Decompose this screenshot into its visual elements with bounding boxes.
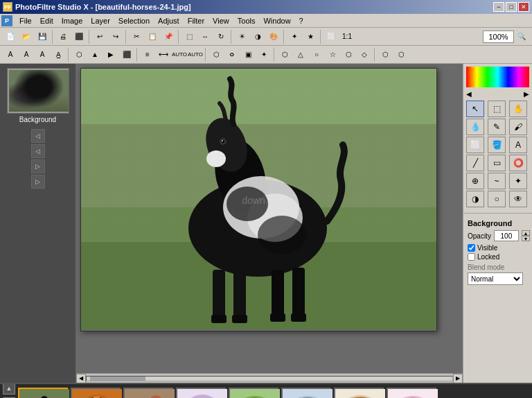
visible-checkbox[interactable] [468,244,475,252]
tb2-btn8[interactable]: ⬛ [119,47,134,62]
main-image-canvas[interactable]: down... [81,69,436,329]
minimize-button[interactable]: − [493,2,504,12]
resize-button[interactable]: ↔ [197,29,213,44]
view-100-button[interactable]: 1:1 [339,29,355,44]
left-icon-2[interactable]: ◁ [31,144,45,158]
menu-selection[interactable]: Selection [114,15,154,26]
tb2-btn4[interactable]: A̲ [51,47,66,62]
scroll-right-button[interactable]: ▶ [453,374,463,383]
menu-tools[interactable]: Tools [233,15,260,26]
left-icon-3[interactable]: ▷ [31,159,45,173]
menu-help[interactable]: ? [295,15,308,26]
tb2-btn3[interactable]: A [35,47,50,62]
tool-ellipse[interactable]: ⭕ [509,155,527,171]
scroll-track-h[interactable] [86,376,453,381]
filmstrip-item-1[interactable]: beautiful-... [18,388,68,398]
tool-dodge[interactable]: ○ [488,191,506,207]
color-button[interactable]: 🎨 [266,29,281,44]
tb2-btn23[interactable]: ⬡ [378,47,393,62]
opacity-input[interactable] [494,230,519,241]
maximize-button[interactable]: □ [506,2,517,12]
copy-button[interactable]: 📋 [145,29,160,44]
opacity-down[interactable]: ▼ [522,236,530,241]
contrast-button[interactable]: ◑ [250,29,265,44]
view-fit-button[interactable]: ⬜ [323,29,339,44]
tool-red-eye[interactable]: 👁 [509,191,527,207]
menu-file[interactable]: File [15,15,36,26]
tool-eraser[interactable]: ⬜ [466,137,484,153]
filmstrip-item-7[interactable]: butterfly10 [334,388,384,398]
tb2-btn11[interactable]: AUTO [172,47,187,62]
tb2-btn13[interactable]: ⬡ [209,47,224,62]
tb2-btn2[interactable]: A [19,47,34,62]
cut-button[interactable]: ✂ [129,29,144,44]
tb2-btn7[interactable]: ▶ [103,47,118,62]
tb2-btn12[interactable]: AUTO [188,47,203,62]
tool-rect[interactable]: ▭ [488,155,506,171]
tb2-btn15[interactable]: ▣ [240,47,256,62]
close-button[interactable]: ✕ [518,2,529,12]
paste-button[interactable]: 📌 [161,29,176,44]
filmstrip-item-2[interactable]: Beautiful-... [71,388,121,398]
filmstrip-up[interactable]: ▲ [3,383,15,395]
effect-button[interactable]: ★ [303,29,318,44]
tool-sharpen[interactable]: ✦ [509,173,527,189]
tb2-btn17[interactable]: ⬡ [277,47,292,62]
menu-edit[interactable]: Edit [36,15,57,26]
new-button[interactable]: 📄 [3,29,18,44]
tb2-btn22[interactable]: ◇ [357,47,372,62]
filmstrip-item-6[interactable]: butterfly1 [281,388,331,398]
tool-smudge[interactable]: ~ [488,173,506,189]
tb2-btn10[interactable]: ⟷ [156,47,171,62]
tool-text[interactable]: A [509,137,527,153]
filmstrip-item-3[interactable]: beautiful_... [123,388,173,398]
left-icon-1[interactable]: ◁ [31,129,45,143]
left-icon-4[interactable]: ▷ [31,175,45,189]
color-arrow-left[interactable]: ◀ [466,90,472,98]
tool-hand[interactable]: ✋ [509,101,527,117]
tb2-btn14[interactable]: ⭘ [224,47,240,62]
print-button[interactable]: 🖨 [55,29,71,44]
brightness-button[interactable]: ☀ [234,29,249,44]
undo-button[interactable]: ↩ [92,29,107,44]
tool-brush[interactable]: 🖌 [509,119,527,135]
open-button[interactable]: 📂 [19,29,34,44]
save-button[interactable]: 💾 [35,29,50,44]
filmstrip-item-8[interactable]: butterfly2 [387,388,436,398]
h-scrollbar[interactable]: ◀ ▶ [76,373,463,383]
canvas-area[interactable]: down... [76,64,463,373]
locked-checkbox[interactable] [468,253,475,261]
zoom-input[interactable] [483,31,514,43]
tb2-btn6[interactable]: ▲ [87,47,103,62]
tool-fill[interactable]: 🪣 [488,137,506,153]
filmstrip-item-5[interactable]: butterfly-... [229,388,278,398]
tb2-btn9[interactable]: ≡ [140,47,155,62]
scan-button[interactable]: ⬛ [71,29,87,44]
opacity-up[interactable]: ▲ [522,230,530,236]
color-arrow-right[interactable]: ▶ [524,90,529,98]
menu-layer[interactable]: Layer [87,15,114,26]
tool-burn[interactable]: ◑ [466,191,484,207]
zoom-in-button[interactable]: 🔍 [514,29,529,44]
tb2-btn20[interactable]: ☆ [325,47,340,62]
tb2-btn5[interactable]: ⬡ [71,47,87,62]
menu-view[interactable]: View [209,15,233,26]
blend-mode-select[interactable]: Normal Multiply Screen Overlay Darken Li… [468,272,523,285]
tb2-btn19[interactable]: ○ [309,47,324,62]
menu-image[interactable]: Image [57,15,87,26]
tool-eyedrop[interactable]: 💧 [466,119,484,135]
tb2-btn16[interactable]: ✦ [256,47,272,62]
menu-filter[interactable]: Filter [184,15,209,26]
crop-button[interactable]: ⬚ [181,29,197,44]
tool-clone[interactable]: ⊕ [466,173,484,189]
menu-window[interactable]: Window [259,15,294,26]
tool-select[interactable]: ⬚ [488,101,506,117]
tb2-btn24[interactable]: ⬡ [393,47,409,62]
tb2-btn1[interactable]: A [3,47,18,62]
scroll-left-button[interactable]: ◀ [76,374,86,383]
tool-arrow[interactable]: ↖ [466,101,484,117]
tool-pen[interactable]: ✎ [488,119,506,135]
filmstrip-item-4[interactable]: butterfly [176,388,226,398]
color-spectrum-bar[interactable] [466,67,529,87]
rotate-button[interactable]: ↻ [213,29,229,44]
